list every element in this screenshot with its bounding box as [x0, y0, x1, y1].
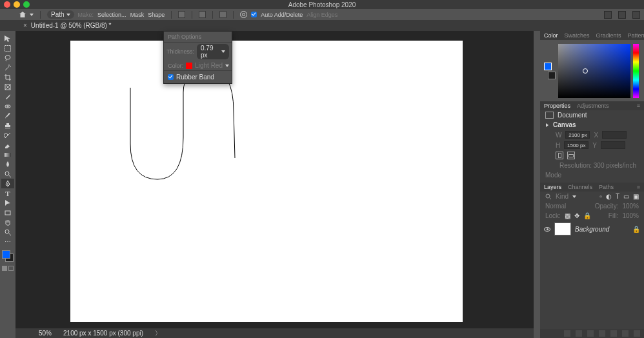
rectangle-tool[interactable]: [1, 208, 14, 217]
tab-channels[interactable]: Channels: [568, 184, 592, 190]
canvas[interactable]: [70, 41, 463, 322]
width-field[interactable]: [565, 131, 590, 139]
tab-swatches[interactable]: Swatches: [565, 32, 590, 39]
filter-smart-icon[interactable]: ▣: [633, 193, 639, 200]
lock-icon[interactable]: 🔒: [632, 226, 640, 233]
make-shape-button[interactable]: Shape: [148, 12, 165, 18]
gear-icon[interactable]: [240, 11, 247, 18]
landscape-orientation-button[interactable]: [567, 152, 575, 159]
stamp-tool[interactable]: [1, 121, 14, 130]
new-fill-icon[interactable]: [599, 330, 605, 337]
filter-adjust-icon[interactable]: ◐: [606, 193, 612, 200]
crop-tool[interactable]: [1, 72, 14, 82]
eraser-tool[interactable]: [1, 140, 14, 150]
portrait-orientation-button[interactable]: [556, 152, 563, 159]
traffic-minimize[interactable]: [14, 1, 20, 8]
tab-color[interactable]: Color: [544, 32, 558, 39]
filter-shape-icon[interactable]: ▭: [623, 193, 629, 200]
rubber-band-checkbox[interactable]: [168, 74, 174, 80]
saturation-value-field[interactable]: [558, 44, 630, 98]
path-alignment-icon[interactable]: [199, 11, 206, 18]
lock-all-icon[interactable]: 🔒: [583, 212, 591, 219]
search-icon[interactable]: [545, 194, 552, 200]
blur-tool[interactable]: [1, 159, 14, 169]
frame-tool[interactable]: [1, 82, 14, 92]
traffic-zoom[interactable]: [23, 1, 30, 8]
height-field[interactable]: [564, 141, 589, 149]
opacity-value[interactable]: 100%: [622, 203, 639, 210]
lock-pixels-icon[interactable]: ▩: [565, 212, 570, 219]
pen-tool[interactable]: [1, 179, 14, 188]
path-select-tool[interactable]: [1, 198, 14, 208]
screen-mode-icons[interactable]: [2, 266, 14, 271]
dodge-tool[interactable]: [1, 169, 14, 179]
layer-style-icon[interactable]: [576, 330, 582, 337]
new-layer-icon[interactable]: [622, 330, 629, 337]
status-caret-icon[interactable]: 〉: [155, 329, 161, 338]
tab-paths[interactable]: Paths: [599, 184, 614, 190]
tool-mode-picker[interactable]: Path: [47, 10, 74, 19]
thickness-field[interactable]: 0.79 px: [197, 44, 229, 59]
filter-pixel-icon[interactable]: ▫: [599, 193, 602, 200]
gradient-tool[interactable]: [1, 150, 14, 159]
share-icon[interactable]: [632, 11, 640, 19]
wand-tool[interactable]: [1, 63, 14, 72]
zoom-level[interactable]: 50%: [39, 330, 52, 337]
make-selection-button[interactable]: Selection...: [97, 12, 126, 18]
tab-patterns[interactable]: Patterns: [628, 32, 644, 39]
workspace-icon[interactable]: [618, 11, 626, 19]
panel-menu-icon[interactable]: ≡: [637, 103, 640, 109]
canvas-area[interactable]: Path Options Thickness: 0.79 px Color: L…: [15, 31, 534, 338]
canvas-section-label[interactable]: Canvas: [553, 121, 576, 128]
tab-layers[interactable]: Layers: [544, 184, 561, 190]
align-edges-checkbox[interactable]: Align Edges: [307, 12, 337, 18]
lasso-tool[interactable]: [1, 53, 14, 63]
path-color-swatch[interactable]: [186, 63, 192, 69]
fg-bg-mini-swatch[interactable]: [544, 63, 556, 79]
make-mask-button[interactable]: Mask: [130, 12, 145, 18]
history-brush-tool[interactable]: [1, 130, 14, 140]
panel-menu-icon[interactable]: ≡: [637, 184, 640, 190]
path-arrangement-icon[interactable]: [219, 11, 226, 18]
chevron-down-icon[interactable]: [546, 123, 548, 127]
new-group-icon[interactable]: [610, 330, 617, 337]
chevron-down-icon[interactable]: [225, 65, 229, 67]
move-tool[interactable]: [1, 34, 14, 43]
marquee-tool[interactable]: [1, 43, 14, 53]
traffic-close[interactable]: [4, 1, 10, 8]
hue-slider[interactable]: [633, 44, 639, 98]
doc-dimensions[interactable]: 2100 px x 1500 px (300 ppi): [63, 330, 143, 337]
hand-tool[interactable]: [1, 217, 14, 227]
visibility-toggle-icon[interactable]: [544, 227, 550, 232]
layer-mask-icon[interactable]: [587, 330, 594, 337]
fill-value[interactable]: 100%: [622, 212, 639, 219]
document-tab[interactable]: × Untitled-1 @ 50% (RGB/8) *: [17, 20, 117, 31]
filter-kind-label[interactable]: Kind: [556, 193, 569, 200]
zoom-tool[interactable]: [1, 227, 14, 237]
auto-add-delete-checkbox[interactable]: [251, 12, 257, 17]
eyedropper-tool[interactable]: [1, 92, 14, 101]
layer-name[interactable]: Background: [575, 226, 609, 233]
lock-position-icon[interactable]: ✥: [574, 212, 579, 219]
tab-adjustments[interactable]: Adjustments: [577, 103, 609, 109]
tab-gradients[interactable]: Gradients: [596, 32, 621, 39]
blend-mode-select[interactable]: Normal: [545, 203, 566, 210]
tab-properties[interactable]: Properties: [544, 103, 570, 109]
type-tool[interactable]: T: [1, 188, 14, 198]
home-icon[interactable]: [19, 12, 26, 17]
edit-toolbar[interactable]: ⋯: [1, 237, 14, 246]
link-layers-icon[interactable]: [564, 330, 570, 337]
filter-type-icon[interactable]: T: [616, 193, 619, 200]
layer-thumbnail[interactable]: [554, 223, 571, 235]
chevron-down-icon[interactable]: [572, 195, 576, 198]
search-icon[interactable]: [604, 11, 612, 19]
path-operations-icon[interactable]: [178, 11, 185, 18]
tab-close-icon[interactable]: ×: [23, 22, 27, 29]
delete-layer-icon[interactable]: [634, 330, 640, 337]
brush-tool[interactable]: [1, 111, 14, 121]
heal-tool[interactable]: [1, 101, 14, 111]
home-caret-icon[interactable]: [30, 14, 34, 16]
layer-row[interactable]: Background 🔒: [540, 221, 644, 237]
fg-bg-swatch[interactable]: [1, 249, 15, 263]
collapsed-panel-strip[interactable]: [534, 31, 540, 338]
